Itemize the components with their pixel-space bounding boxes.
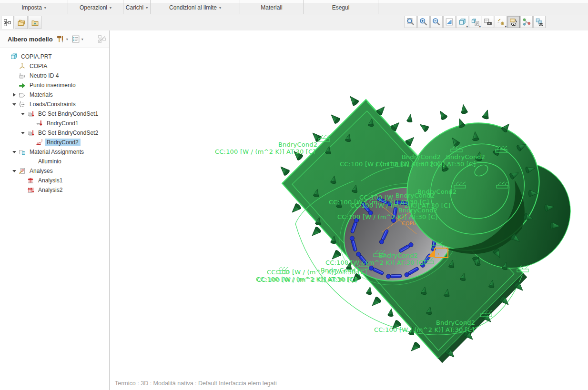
tree-item-analysis2[interactable]: Analysis2 (0, 185, 109, 195)
bc-annotation-label[interactable]: CC:100 [W / (m^2 K)] AT:30 [C] (257, 276, 357, 283)
tree-item-punto-inserimento[interactable]: Punto inserimento (0, 80, 109, 90)
menu-tab-carichi[interactable]: Carichi▾ (123, 0, 151, 14)
tree-filters-icon[interactable] (71, 35, 80, 43)
toolbar-zoom-out-button[interactable] (430, 16, 443, 28)
menu-caret-icon: ▾ (219, 6, 221, 10)
bc-annotation-label[interactable]: CC:100 [W / (m^2 K)] AT:30 [C] (267, 269, 367, 276)
tree-item-bndrycond1[interactable]: BndryCond1 (0, 119, 109, 128)
collapse-icon[interactable] (12, 170, 16, 174)
tree-tools-caret[interactable]: ▾ (66, 37, 68, 41)
toolbar-annotation-display-button[interactable] (507, 16, 520, 28)
graphics-toolbar: ▾▾▾ (405, 16, 546, 28)
tree-item-analyses[interactable]: Analyses (0, 166, 109, 176)
graphics-area[interactable]: COPIA › BndryCond2CC:100 [W / (m^2 K)] A… (110, 30, 588, 376)
bc-annotation-label[interactable]: CC:100 [W / (m^2 K)] AT:30 [C] (374, 326, 475, 333)
toolbar-saved-views-button[interactable]: ▾ (456, 16, 468, 28)
menu-tab-imposta[interactable]: Imposta▾ (0, 0, 68, 14)
navigator-tab-folder-browser[interactable] (15, 16, 28, 29)
cone-symbol (409, 341, 421, 353)
tree-item-alluminio[interactable]: Alluminio (0, 157, 109, 166)
bc-annotation-label[interactable]: CC:100 [W / (m^2 K)] AT:30 [C] (375, 160, 476, 168)
bc-annotation-label[interactable]: BndryCond2 (278, 141, 317, 148)
tree-item-label: Neutro ID 4 (28, 72, 61, 80)
tree-item-label: BndryCond2 (45, 139, 81, 146)
menu-bar-filler (378, 0, 588, 14)
part-icon (10, 53, 18, 60)
navigator-tabs (1, 16, 41, 29)
menu-tab-operazioni[interactable]: Operazioni▾ (68, 0, 123, 14)
cone-symbol (347, 94, 359, 106)
cone-symbol (406, 114, 413, 122)
collapse-icon[interactable] (21, 113, 25, 117)
cone-symbol (370, 296, 382, 308)
bc-annotation-label[interactable]: BndryCond2 (402, 153, 441, 160)
bc-annotation-label[interactable]: BndryCond2 (379, 252, 418, 259)
model-tree-panel: Albero modello ▾ ▾ COPIA.PRTCOPIANeutro … (0, 30, 110, 390)
model-tree-title: Albero modello (8, 36, 53, 43)
bc-annotation-label[interactable]: BndryCond2 (395, 192, 435, 199)
tree-item-loads-constraints[interactable]: Loads/Constraints (0, 100, 109, 109)
tree-item-label: Material Assignments (28, 148, 86, 156)
tree-tools-icon[interactable] (56, 35, 65, 43)
tree-item-bc-set-bndrycondset1[interactable]: BC Set BndryCondSet1 (0, 109, 109, 119)
tree-item-label: BC Set BndryCondSet1 (36, 110, 100, 118)
bc-annotation-label[interactable]: CC:100 [W / (m^2 K)] AT:30 [C] (337, 213, 438, 220)
status-text: Termico : 3D : Modalità nativa : Default… (115, 380, 277, 387)
bc-annotation-label[interactable]: CC:100 [W / (m^2 K)] AT:30 [C] (215, 148, 315, 155)
toolbar-sim-display-button[interactable] (533, 16, 546, 28)
collapse-icon[interactable] (12, 151, 16, 155)
toolbar-image-capture-button[interactable] (482, 16, 494, 28)
tree-item-bc-set-bndrycondset2[interactable]: BC Set BndryCondSet2 (0, 128, 109, 138)
favorites-icon (31, 19, 39, 27)
menu-caret-icon: ▾ (146, 6, 148, 10)
svg-text:›: › (438, 251, 440, 257)
bc-annotation-label[interactable]: BndryCond2 (398, 207, 437, 214)
tree-item-material-assignments[interactable]: Material Assignments (0, 147, 109, 157)
navigator-tab-favorites[interactable] (29, 16, 41, 29)
cone-symbol (366, 286, 373, 295)
menu-bar: Imposta▾Operazioni▾Carichi▾Condizioni al… (0, 0, 588, 14)
toolbar-zoom-region-button[interactable] (405, 16, 417, 28)
tree-item-label: Punto inserimento (28, 81, 78, 89)
cone-symbol (460, 104, 468, 114)
tree-filters-caret[interactable]: ▾ (81, 37, 83, 41)
bc-annotation-label[interactable]: BndryCond2 (436, 319, 475, 326)
loads-icon (18, 100, 26, 108)
bc-temp-icon (35, 120, 43, 127)
cone-symbol (418, 122, 429, 132)
menu-tab-materiali[interactable]: Materiali (240, 0, 304, 14)
view-manager-icon (471, 18, 479, 26)
navigator-tab-model-tree[interactable] (1, 16, 14, 29)
matassign-icon (18, 148, 26, 156)
toolbar-spin-center-button[interactable] (520, 16, 533, 28)
toolbar-view-manager-button[interactable]: ▾ (469, 16, 481, 28)
tree-item-bndrycond2[interactable]: BndryCond2 (0, 138, 109, 147)
expand-icon[interactable] (13, 93, 18, 97)
menu-tab-esegui[interactable]: Esegui (304, 0, 378, 14)
tree-columns-icon[interactable] (98, 35, 106, 43)
model-tree-header: Albero modello ▾ ▾ (0, 30, 109, 48)
bc-annotation-label[interactable]: CC:100 [W / (m^2 K)] AT:30 [C] (325, 259, 426, 266)
analysis2-icon (27, 186, 35, 194)
tree-item-copia[interactable]: COPIA (0, 61, 109, 71)
toolbar-datum-display-button[interactable]: ▾ (495, 16, 507, 28)
collapse-icon[interactable] (21, 132, 25, 136)
menu-caret-icon: ▾ (44, 6, 46, 10)
tree-item-copia-prt[interactable]: COPIA.PRT (0, 52, 109, 61)
bc-annotation-label[interactable]: BndryCond2 (446, 153, 485, 160)
toolbar-refit-button[interactable] (443, 16, 456, 28)
status-bar: Termico : 3D : Modalità nativa : Default… (110, 376, 588, 390)
cone-symbol (329, 112, 341, 124)
tree-item-neutro-id-4[interactable]: Neutro ID 4 (0, 71, 109, 80)
zoom-region-icon (406, 18, 415, 26)
tree-item-analysis1[interactable]: Analysis1 (0, 176, 109, 185)
analyses-icon (18, 167, 26, 175)
bcset-icon (27, 129, 35, 137)
menu-tab-condizioni-al-limite[interactable]: Condizioni al limite▾ (151, 0, 240, 14)
zoom-in-icon (419, 18, 428, 26)
toolbar-zoom-in-button[interactable] (417, 16, 430, 28)
tree-item-materials[interactable]: Materials (0, 90, 109, 100)
toolbar-row: ▾▾▾ (0, 14, 588, 30)
collapse-icon[interactable] (12, 103, 16, 108)
bc-conv-icon (35, 139, 43, 146)
